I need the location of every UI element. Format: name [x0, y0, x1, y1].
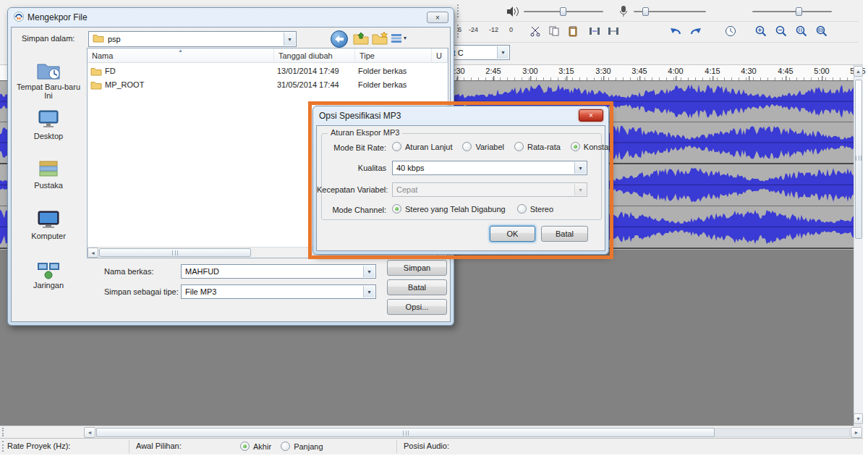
- file-row-mp-root[interactable]: MP_ROOT 31/05/2014 17:44 Folder berkas: [88, 78, 448, 92]
- timeline-tick: 4:00: [668, 67, 683, 75]
- sidebar-item-label: Tempat Baru-baru Ini: [17, 83, 80, 100]
- bitrate-average-radio[interactable]: Rata-rata: [514, 142, 561, 151]
- save-button[interactable]: Simpan: [387, 260, 447, 276]
- sidebar-item-label: Pustaka: [34, 181, 63, 190]
- list-scroll-thumb[interactable]: [99, 248, 251, 257]
- fit-selection-button[interactable]: [793, 23, 810, 39]
- back-button[interactable]: [331, 30, 348, 48]
- bitrate-preset-radio[interactable]: Aturan Lanjut: [392, 142, 452, 151]
- column-header-size[interactable]: U: [432, 48, 448, 63]
- scroll-right-button[interactable]: ►: [851, 427, 862, 438]
- timeline-tick: 3:45: [631, 67, 647, 75]
- microphone-icon: [619, 5, 627, 20]
- scroll-up-button[interactable]: ▲: [854, 66, 863, 77]
- file-name: FD: [105, 64, 271, 78]
- sidebar-item-network[interactable]: Jaringan: [12, 258, 85, 290]
- save-in-label: Simpan dalam:: [22, 34, 75, 43]
- trim-audio-button[interactable]: [586, 23, 603, 39]
- mp3-cancel-button[interactable]: Batal: [541, 226, 588, 242]
- stereo-radio[interactable]: Stereo: [517, 204, 553, 214]
- copy-button[interactable]: [545, 23, 563, 39]
- ok-button[interactable]: OK: [490, 226, 535, 242]
- timeline-tick: 2:45: [485, 67, 501, 75]
- statusbar-grip: [2, 428, 5, 436]
- timeline-tick: 4:30: [741, 67, 756, 75]
- column-header-name[interactable]: Nama: [88, 48, 274, 63]
- slider-thumb[interactable]: [560, 7, 566, 16]
- vertical-scroll-thumb[interactable]: [855, 80, 862, 239]
- radio-label: Konstan: [584, 143, 613, 151]
- file-name-input[interactable]: MAHFUD ▾: [181, 264, 376, 279]
- radio-icon[interactable]: [392, 142, 401, 151]
- slider-thumb[interactable]: [642, 7, 649, 16]
- sidebar-item-computer[interactable]: Komputer: [12, 208, 85, 240]
- variable-speed-label: Kecepatan Variabel:: [317, 185, 386, 194]
- radio-icon[interactable]: [281, 442, 290, 451]
- mp3-dialog-titlebar[interactable]: Opsi Spesifikasi MP3 ×: [313, 106, 608, 125]
- radio-icon[interactable]: [571, 142, 580, 151]
- sidebar-item-label: Komputer: [31, 232, 66, 240]
- radio-icon[interactable]: [392, 204, 401, 214]
- libraries-icon: [36, 158, 61, 180]
- options-button[interactable]: Opsi...: [387, 299, 447, 315]
- scroll-left-button[interactable]: ◄: [84, 427, 95, 438]
- vertical-scrollbar[interactable]: ▲ ▼: [854, 65, 863, 426]
- undo-button[interactable]: [667, 23, 684, 39]
- cancel-button[interactable]: Batal: [387, 279, 447, 295]
- zoom-out-button[interactable]: [773, 23, 790, 39]
- views-menu-button[interactable]: ▾: [391, 33, 407, 43]
- timeline-tick: 3:30: [595, 67, 610, 75]
- slider-thumb[interactable]: [796, 7, 802, 16]
- cut-button[interactable]: [527, 23, 544, 39]
- input-volume-slider[interactable]: [634, 11, 706, 12]
- sidebar-item-desktop[interactable]: Desktop: [12, 109, 85, 140]
- sidebar-item-recent-places[interactable]: Tempat Baru-baru Ini: [12, 59, 85, 100]
- chevron-down-icon: ▾: [363, 266, 375, 277]
- fit-project-button[interactable]: [813, 23, 830, 39]
- bitrate-constant-radio[interactable]: Konstan: [571, 142, 613, 151]
- scroll-left-button[interactable]: ◄: [88, 248, 98, 258]
- new-folder-button[interactable]: [372, 32, 388, 48]
- selection-end-radio[interactable]: Akhir: [240, 442, 271, 451]
- sidebar-item-libraries[interactable]: Pustaka: [12, 158, 85, 190]
- radio-icon[interactable]: [517, 204, 527, 214]
- status-bar: Rate Proyek (Hz): Awal Pilihan: Akhir Pa…: [0, 438, 863, 455]
- column-header-type[interactable]: Tipe: [355, 48, 432, 63]
- horizontal-scroll-thumb[interactable]: [96, 428, 715, 437]
- paste-button[interactable]: [564, 23, 582, 39]
- zoom-in-button[interactable]: [752, 23, 770, 39]
- bit-rate-mode-label: Mode Bit Rate:: [317, 143, 386, 152]
- export-dialog-close-button[interactable]: ×: [427, 12, 448, 23]
- audio-position-label: Posisi Audio:: [404, 442, 449, 450]
- mp3-dialog-title: Opsi Spesifikasi MP3: [319, 111, 401, 121]
- up-folder-button[interactable]: [353, 32, 369, 48]
- folder-icon: [90, 80, 102, 94]
- toolbar-grip[interactable]: [457, 4, 460, 17]
- bitrate-variable-radio[interactable]: Variabel: [462, 142, 504, 151]
- clock-button[interactable]: [722, 23, 739, 39]
- quality-dropdown[interactable]: 40 kbps ▾: [392, 161, 587, 175]
- column-header-date[interactable]: Tanggal diubah: [274, 48, 355, 63]
- redo-button[interactable]: [687, 23, 705, 39]
- export-dialog-titlebar[interactable]: Mengekpor File ×: [8, 8, 454, 27]
- computer-icon: [36, 208, 61, 230]
- file-type-dropdown[interactable]: File MP3 ▾: [181, 284, 376, 299]
- file-row-fd[interactable]: FD 13/01/2014 17:49 Folder berkas: [88, 64, 448, 78]
- mp3-dialog-close-button[interactable]: ×: [579, 109, 603, 122]
- scroll-down-icon: ▼: [856, 416, 861, 421]
- radio-icon[interactable]: [462, 142, 472, 151]
- radio-label: Aturan Lanjut: [405, 143, 452, 151]
- silence-audio-button[interactable]: [605, 23, 622, 39]
- radio-icon[interactable]: [240, 442, 250, 451]
- horizontal-scrollbar[interactable]: ◄ ►: [0, 426, 863, 438]
- selection-length-radio[interactable]: Panjang: [281, 442, 323, 451]
- save-in-dropdown[interactable]: psp ▾: [88, 31, 297, 47]
- joint-stereo-radio[interactable]: Stereo yang Telah Digabung: [392, 204, 506, 214]
- play-speed-slider[interactable]: [752, 11, 832, 12]
- radio-icon[interactable]: [514, 142, 524, 151]
- output-volume-slider[interactable]: [524, 11, 603, 12]
- sidebar-item-label: Desktop: [34, 132, 63, 140]
- scroll-up-icon: ▲: [856, 69, 861, 74]
- scroll-down-button[interactable]: ▼: [854, 413, 863, 424]
- variable-speed-dropdown: Cepat ▾: [392, 182, 587, 197]
